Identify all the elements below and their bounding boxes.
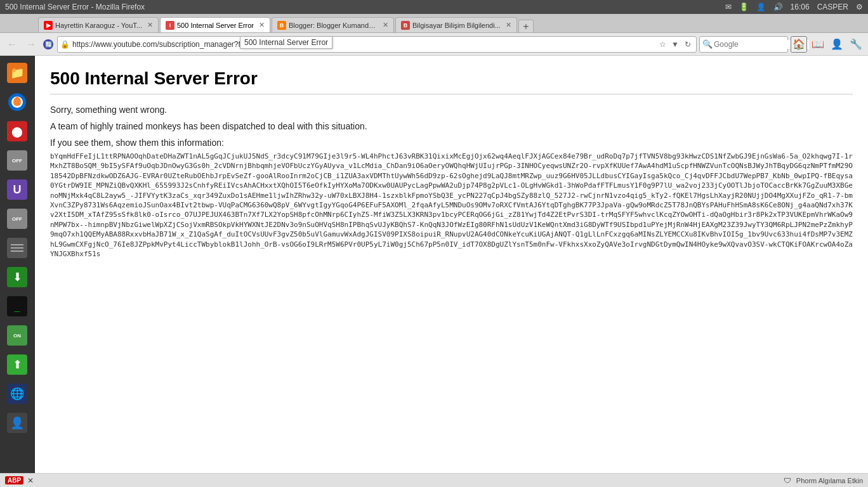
tools-button[interactable]: 🔧 xyxy=(848,36,864,53)
new-tab-button[interactable]: + xyxy=(518,20,534,32)
battery-icon: 🔋 xyxy=(739,3,749,11)
tab-favicon-3: B xyxy=(277,21,286,30)
tab-label-4: Bilgisayar Bilişim Bilgilendi... xyxy=(412,22,501,29)
phorm-icon: 🛡 xyxy=(784,476,791,485)
sidebar: 📁 ⬤ OFF U xyxy=(0,56,35,473)
main-content: 500 Internal Server Error Sorry, somethi… xyxy=(35,56,868,473)
back-button[interactable]: ← xyxy=(4,36,20,53)
app-title: 500 Internal Server Error - Mozilla Fire… xyxy=(5,3,145,11)
star-icon[interactable]: ☆ xyxy=(657,39,668,50)
tab-favicon-1: ▶ xyxy=(44,21,53,30)
sidebar-item-circle[interactable]: ⬤ xyxy=(4,118,30,145)
email-icon: ✉ xyxy=(725,3,732,11)
sidebar-item-terminal[interactable]: _ xyxy=(4,293,30,320)
error-heading: 500 Internal Server Error xyxy=(50,68,853,94)
abp-badge[interactable]: ABP xyxy=(5,476,23,484)
status-left: ABP ✕ xyxy=(5,476,34,485)
url-input[interactable] xyxy=(72,40,654,49)
bookmark-button[interactable]: 📖 xyxy=(810,36,826,53)
google-icon: 🔍 xyxy=(702,39,713,49)
tab-bar: ▶ Hayrettin Karaoguz - YouT... ✕ ! 500 I… xyxy=(0,14,868,33)
url-bar-container[interactable]: 🔒 ☆ ▼ ↻ xyxy=(57,36,697,53)
nav-bar: ← → 🔄 🔒 ☆ ▼ ↻ 🔍 ▼ 🏠 📖 👤 🔧 xyxy=(0,33,868,56)
tab-favicon-4: B xyxy=(401,21,410,30)
tab-favicon-2: ! xyxy=(166,21,174,30)
status-right: 🛡 Phorm Algılama Etkin xyxy=(784,476,863,485)
layout: 📁 ⬤ OFF U xyxy=(0,56,868,473)
tab-close-2[interactable]: ✕ xyxy=(259,21,265,29)
page-favicon: 🔄 xyxy=(42,38,55,51)
username: CASPER xyxy=(817,3,848,11)
dropdown-icon[interactable]: ▼ xyxy=(669,39,681,50)
user-icon: 👤 xyxy=(756,3,766,11)
sidebar-item-toggle-off2[interactable]: OFF xyxy=(4,205,30,232)
tab-bilgisayar[interactable]: B Bilgisayar Bilişim Bilgilendi... ✕ xyxy=(395,17,517,32)
title-bar: 500 Internal Server Error - Mozilla Fire… xyxy=(0,0,868,14)
error-instruction: If you see them, show them this informat… xyxy=(50,138,853,148)
monkey-text: A team of highly trained monkeys has bee… xyxy=(50,121,853,131)
volume-icon: 🔊 xyxy=(773,3,783,11)
sidebar-item-folder[interactable]: 📁 xyxy=(4,60,30,86)
url-bar-icons: ☆ ▼ ↻ xyxy=(657,39,694,50)
phorm-text: Phorm Algılama Etkin xyxy=(796,477,863,484)
settings-icon: ⚙ xyxy=(856,3,863,11)
tab-label-1: Hayrettin Karaoguz - YouT... xyxy=(55,22,142,29)
sidebar-item-menu[interactable] xyxy=(4,235,30,261)
sidebar-item-darkblue[interactable]: 🌐 xyxy=(4,380,30,407)
reload-icon[interactable]: ↻ xyxy=(682,39,694,50)
sidebar-item-toggle-on[interactable]: ON xyxy=(4,322,30,349)
error-subtitle: Sorry, something went wrong. xyxy=(50,105,853,115)
tab-500-error[interactable]: ! 500 Internal Server Error ✕ xyxy=(160,17,270,32)
forward-button[interactable]: → xyxy=(23,36,39,53)
sidebar-item-upload[interactable]: ⬆ xyxy=(4,351,30,378)
home-button[interactable]: 🏠 xyxy=(791,36,807,53)
tab-close-4[interactable]: ✕ xyxy=(506,21,511,29)
clock: 16:06 xyxy=(791,3,810,11)
sidebar-item-darkgray[interactable]: 👤 xyxy=(4,410,30,436)
tab-close-3[interactable]: ✕ xyxy=(383,21,388,29)
tab-hayrettin[interactable]: ▶ Hayrettin Karaoguz - YouT... ✕ xyxy=(38,17,159,32)
sidebar-item-firefox[interactable] xyxy=(4,89,30,115)
sidebar-item-toggle-off[interactable]: OFF xyxy=(4,147,30,174)
sidebar-item-download[interactable]: ⬇ xyxy=(4,264,30,290)
tab-label-3: Blogger: Blogger Kumanda ... xyxy=(289,22,378,29)
tab-blogger-kumanda[interactable]: B Blogger: Blogger Kumanda ... ✕ xyxy=(272,17,394,32)
close-addon-icon[interactable]: ✕ xyxy=(27,476,34,485)
error-code-block: bYqmHdFFeIjL1ttRPNAOOqhDateDHaZWT1nAL5gG… xyxy=(50,152,853,259)
tab-label-2: 500 Internal Server Error xyxy=(177,22,254,29)
url-tooltip: 500 Internal Server Error xyxy=(240,36,332,49)
search-bar-container[interactable]: 🔍 ▼ xyxy=(699,36,788,53)
sidebar-item-u[interactable]: U xyxy=(4,176,30,203)
persona-button[interactable]: 👤 xyxy=(829,36,845,53)
status-bar: ABP ✕ 🛡 Phorm Algılama Etkin xyxy=(0,473,868,487)
tab-close-1[interactable]: ✕ xyxy=(147,21,153,29)
url-lock-icon: 🔒 xyxy=(60,40,70,49)
